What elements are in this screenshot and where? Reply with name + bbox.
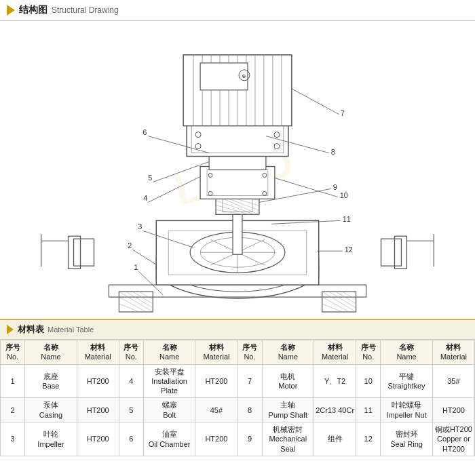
cell-no: 3 — [1, 422, 25, 456]
svg-line-10 — [322, 292, 356, 312]
cell-no: 2 — [1, 398, 25, 422]
svg-text:10: 10 — [340, 191, 348, 199]
cell-no4: 12 — [356, 422, 381, 456]
cell-name2: 安装平盘Installation Plate — [143, 364, 195, 398]
cell-no: 1 — [1, 364, 25, 398]
svg-line-72 — [132, 250, 156, 264]
cell-material2: HT200 — [195, 422, 238, 456]
cell-no2: 5 — [119, 398, 143, 422]
col-no-4: 序号No. — [356, 340, 381, 365]
material-table: 序号No. 名称Name 材料Material 序号No. 名称Name 材料M… — [0, 340, 475, 456]
cell-name: 泵体Casing — [25, 398, 77, 422]
svg-text:6: 6 — [142, 128, 147, 136]
cell-no3: 8 — [238, 398, 262, 422]
col-no-2: 序号No. — [119, 340, 143, 365]
svg-text:2: 2 — [128, 241, 132, 250]
cell-material: HT200 — [77, 364, 119, 398]
svg-text:7: 7 — [341, 109, 345, 117]
svg-line-9 — [119, 304, 139, 312]
svg-line-15 — [322, 304, 343, 312]
cell-name3: 机械密封Mechanical Seal — [262, 422, 314, 456]
cell-material2: 45# — [195, 398, 238, 422]
col-name-1: 名称Name — [25, 340, 77, 365]
svg-rect-1 — [109, 285, 366, 297]
table-row: 3 叶轮Impeller HT200 6 油室Oil Chamber HT200… — [1, 422, 475, 456]
svg-line-82 — [292, 89, 339, 115]
svg-text:1: 1 — [134, 263, 138, 271]
cell-material3: Y、T2 — [314, 364, 356, 398]
col-name-4: 名称Name — [381, 340, 433, 365]
cell-no2: 6 — [119, 422, 143, 456]
cell-no2: 4 — [119, 364, 143, 398]
svg-text:11: 11 — [343, 215, 351, 223]
col-no-3: 序号No. — [238, 340, 262, 365]
svg-text:8: 8 — [331, 148, 335, 156]
cell-material4: 35# — [432, 364, 474, 398]
material-title-en: Material Table — [48, 325, 94, 334]
cell-name2: 螺塞Bolt — [143, 398, 195, 422]
cell-no3: 9 — [238, 422, 262, 456]
cell-material2: HT200 — [195, 364, 238, 398]
col-mat-1: 材料Material — [77, 340, 119, 365]
svg-line-14 — [322, 297, 349, 312]
svg-line-5 — [126, 292, 153, 308]
cell-material3: 2Cr13 40Cr — [314, 398, 356, 422]
cell-material: HT200 — [77, 422, 119, 456]
cell-name3: 主轴Pump Shaft — [262, 398, 314, 422]
svg-rect-22 — [394, 236, 406, 269]
svg-text:5: 5 — [148, 174, 152, 182]
svg-rect-42 — [200, 167, 275, 199]
svg-line-4 — [119, 292, 153, 312]
header-title-en: Structural Drawing — [52, 5, 119, 15]
col-mat-3: 材料Material — [314, 340, 356, 365]
cell-name: 叶轮Impeller — [25, 422, 77, 456]
svg-rect-19 — [74, 239, 94, 266]
table-row: 2 泵体Casing HT200 5 螺塞Bolt 45# 8 主轴Pump S… — [1, 398, 475, 422]
col-mat-2: 材料Material — [195, 340, 238, 365]
svg-text:12: 12 — [345, 245, 353, 254]
cell-no3: 7 — [238, 364, 262, 398]
svg-line-11 — [329, 292, 356, 308]
svg-text:⊕: ⊕ — [242, 73, 246, 79]
cell-name3: 电机Motor — [262, 364, 314, 398]
svg-rect-67 — [200, 63, 248, 90]
svg-line-12 — [336, 292, 356, 304]
cell-material: HT200 — [77, 398, 119, 422]
svg-line-6 — [132, 292, 153, 304]
svg-line-88 — [275, 178, 338, 197]
material-triangle-icon — [7, 325, 14, 334]
col-name-2: 名称Name — [143, 340, 195, 365]
cell-name4: 平键Straightkey — [381, 364, 433, 398]
col-mat-4: 材料Material — [432, 340, 474, 365]
col-no-1: 序号No. — [1, 340, 25, 365]
svg-line-8 — [119, 297, 146, 312]
table-header-row: 序号No. 名称Name 材料Material 序号No. 名称Name 材料M… — [1, 340, 475, 365]
material-title-cn: 材料表 — [18, 323, 44, 336]
col-name-3: 名称Name — [262, 340, 314, 365]
cell-material4: 铜或HT200Copper or HT200 — [432, 422, 474, 456]
svg-rect-49 — [187, 123, 288, 157]
svg-text:3: 3 — [138, 222, 142, 231]
svg-line-13 — [343, 292, 356, 300]
svg-rect-21 — [381, 239, 402, 266]
cell-material4: HT200 — [432, 398, 474, 422]
cell-no4: 11 — [356, 398, 381, 422]
cell-no4: 10 — [356, 364, 381, 398]
section-header: 结构图 Structural Drawing — [0, 0, 475, 21]
svg-line-7 — [139, 292, 153, 300]
cell-name2: 油室Oil Chamber — [143, 422, 195, 456]
cell-name4: 叶轮螺母Impeller Nut — [381, 398, 433, 422]
table-row: 1 底座Base HT200 4 安装平盘Installation Plate … — [1, 364, 475, 398]
structural-drawing: LOGO — [0, 21, 475, 319]
cell-name4: 密封环Seal Ring — [381, 422, 433, 456]
svg-text:4: 4 — [143, 194, 147, 202]
svg-text:9: 9 — [333, 183, 337, 191]
material-table-header: 材料表 Material Table — [0, 319, 475, 340]
header-title-cn: 结构图 — [19, 4, 48, 16]
cell-name: 底座Base — [25, 364, 77, 398]
svg-rect-20 — [69, 236, 81, 269]
header-triangle-icon — [7, 5, 15, 16]
cell-material3: 组件 — [314, 422, 356, 456]
